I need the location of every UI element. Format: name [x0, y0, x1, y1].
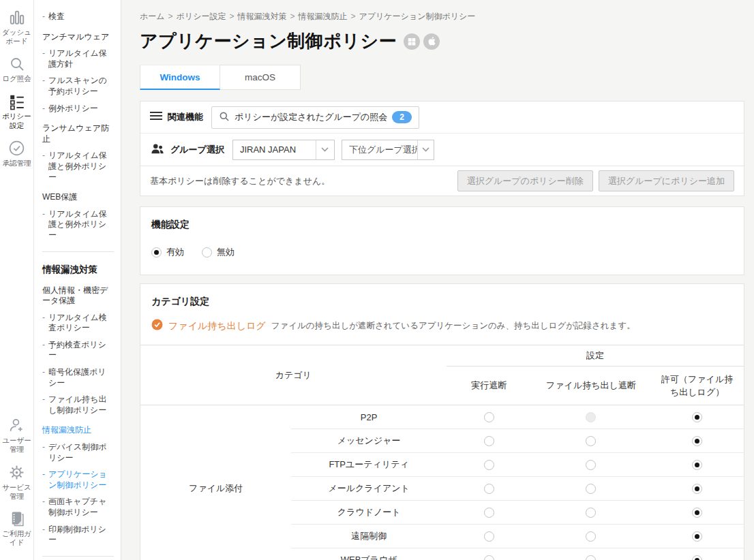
menu-item-dash: - — [42, 151, 45, 183]
rail-item-gear[interactable]: サービス管理 — [0, 463, 33, 501]
rail-item-label: ポリシー設定 — [0, 112, 33, 129]
menu-item[interactable]: -リアルタイム保護と例外ポリシー — [42, 209, 114, 241]
radio-exec-block[interactable] — [484, 531, 494, 542]
category-name: FTPユーティリティ — [291, 453, 446, 477]
breadcrumb-item[interactable]: 情報漏洩防止 — [298, 12, 347, 21]
radio-exec-block[interactable] — [484, 436, 494, 446]
menu-item[interactable]: -デバイス制御ポリシー — [42, 442, 114, 463]
group-select-label: グループ選択 — [170, 144, 224, 156]
menu-item[interactable]: -リアルタイム検査ポリシー — [42, 313, 114, 334]
menu-item-label: 例外ポリシー — [48, 104, 98, 114]
radio-exec-block[interactable] — [484, 412, 494, 422]
menu-item-label: リアルタイム保護と例外ポリシー — [48, 151, 114, 183]
menu-item[interactable]: -フルスキャンの予約ポリシー — [42, 76, 114, 97]
tab-macos[interactable]: macOS — [220, 65, 301, 90]
file-export-log-label: ファイル持ち出しログ — [168, 320, 266, 332]
radio-exec-block[interactable] — [484, 555, 494, 560]
group-select-dropdown[interactable]: JIRAN JAPAN — [232, 140, 335, 160]
radio-file-export-block[interactable] — [586, 436, 596, 446]
radio-allow-with-log[interactable] — [692, 555, 702, 560]
menu-group-label[interactable]: 個人情報・機密データ保護 — [42, 285, 114, 307]
menu-item[interactable]: -リアルタイム保護方針 — [42, 48, 114, 69]
menu-item[interactable]: -リアルタイム保護と例外ポリシー — [42, 151, 114, 183]
radio-cell — [532, 501, 651, 525]
category-name: メッセンジャー — [291, 429, 446, 453]
menu-group-label[interactable]: WEB保護 — [42, 192, 114, 203]
menu-item[interactable]: -印刷制御ポリシー — [42, 525, 114, 546]
menu-item[interactable]: -検査 — [42, 12, 114, 22]
breadcrumb-separator: > — [168, 12, 173, 21]
menu-item[interactable]: -ファイル持ち出し制御ポリシー — [42, 394, 114, 416]
breadcrumb-item[interactable]: 情報漏洩対策 — [237, 12, 286, 21]
menu-item[interactable]: -暗号化保護ポリシー — [42, 367, 114, 388]
radio-allow-with-log[interactable] — [692, 436, 702, 446]
add-policy-button[interactable]: 選択グループにポリシー追加 — [599, 170, 734, 191]
menu-item-dash: - — [42, 442, 45, 463]
radio-allow-with-log[interactable] — [692, 531, 702, 542]
rail-item-list[interactable]: ポリシー設定 — [0, 92, 33, 129]
breadcrumb-item[interactable]: ホーム — [140, 12, 165, 21]
rail-item-check-circle[interactable]: 承認管理 — [3, 139, 31, 168]
menu-item-dash: - — [42, 104, 45, 114]
function-option[interactable]: 無効 — [202, 246, 235, 258]
radio-exec-block[interactable] — [484, 484, 494, 494]
menu-item-dash: - — [42, 313, 45, 334]
function-setting-title: 機能設定 — [151, 219, 733, 231]
search-icon — [9, 55, 25, 73]
group-lookup-button[interactable]: ポリシーが設定されたグループの照会 2 — [211, 106, 419, 129]
radio-allow-with-log[interactable] — [692, 412, 702, 422]
radio-cell — [650, 429, 744, 453]
radio-cell — [650, 548, 744, 560]
check-circle-icon — [8, 139, 25, 157]
rail-item-guide-book[interactable]: ご利用ガイド — [0, 510, 33, 547]
tab-windows[interactable]: Windows — [140, 65, 220, 90]
menu-item-dash: - — [42, 12, 45, 22]
rail-item-add-user[interactable]: ユーザー管理 — [0, 416, 33, 454]
radio-cell — [447, 525, 532, 548]
menu-group-label[interactable]: アンチマルウェア — [42, 32, 114, 43]
function-option-label: 無効 — [217, 246, 235, 258]
primary-nav-rail: ダッシュボードログ照会ポリシー設定承認管理ユーザー管理サービス管理ご利用ガイド — [0, 0, 34, 560]
menu-item-dash: - — [42, 394, 45, 416]
menu-item[interactable]: -画面キャプチャ制御ポリシー — [42, 497, 114, 518]
radio-file-export-block[interactable] — [586, 460, 596, 470]
function-option[interactable]: 有効 — [151, 246, 184, 258]
radio-exec-block[interactable] — [484, 460, 494, 470]
radio-allow-with-log[interactable] — [692, 460, 702, 470]
menu-item[interactable]: -例外ポリシー — [42, 104, 114, 114]
menu-item-label: デバイス制御ポリシー — [48, 442, 114, 463]
radio-button[interactable] — [202, 247, 212, 258]
radio-cell — [447, 548, 532, 560]
radio-button[interactable] — [151, 247, 162, 258]
category-name: 遠隔制御 — [291, 525, 446, 548]
subgroup-select-dropdown[interactable]: 下位グループ選択 — [342, 140, 434, 160]
menu-item-label: ファイル持ち出し制御ポリシー — [48, 394, 114, 416]
chevron-down-icon — [316, 140, 334, 159]
radio-file-export-block[interactable] — [586, 508, 596, 518]
radio-allow-with-log[interactable] — [692, 484, 702, 494]
rail-item-search[interactable]: ログ照会 — [2, 55, 31, 83]
menu-item[interactable]: -アプリケーション制御ポリシー — [42, 469, 114, 491]
radio-file-export-block[interactable] — [586, 484, 596, 494]
rail-item-bar-chart[interactable]: ダッシュボード — [0, 8, 33, 46]
menu-item-dash: - — [42, 48, 45, 69]
rail-item-label: 承認管理 — [3, 159, 31, 168]
rail-item-label: ご利用ガイド — [0, 529, 33, 547]
menu-group-label[interactable]: ランサムウェア防止 — [42, 123, 114, 144]
apple-icon — [427, 36, 436, 46]
radio-exec-block[interactable] — [484, 508, 494, 518]
column-header-file-export-block: ファイル持ち出し遮断 — [532, 367, 651, 405]
menu-item-label: 暗号化保護ポリシー — [48, 367, 114, 388]
group-people-icon — [150, 142, 165, 158]
radio-file-export-block[interactable] — [586, 555, 596, 560]
menu-item[interactable]: -予約検査ポリシー — [42, 340, 114, 361]
column-header-exec-block: 実行遮断 — [447, 367, 532, 405]
radio-allow-with-log[interactable] — [692, 508, 702, 518]
delete-policy-button[interactable]: 選択グループのポリシー削除 — [457, 170, 593, 191]
breadcrumb-item[interactable]: ポリシー設定 — [177, 12, 226, 21]
category-setting-card: カテゴリ設定 ファイル持ち出しログ ファイルの持ち出しが遮断されているアプリケー… — [140, 283, 744, 560]
menu-item-dash: - — [42, 76, 45, 97]
radio-file-export-block[interactable] — [586, 531, 596, 542]
category-name: WEBブラウザ — [291, 548, 446, 560]
menu-group-label[interactable]: 情報漏洩防止 — [42, 425, 114, 436]
